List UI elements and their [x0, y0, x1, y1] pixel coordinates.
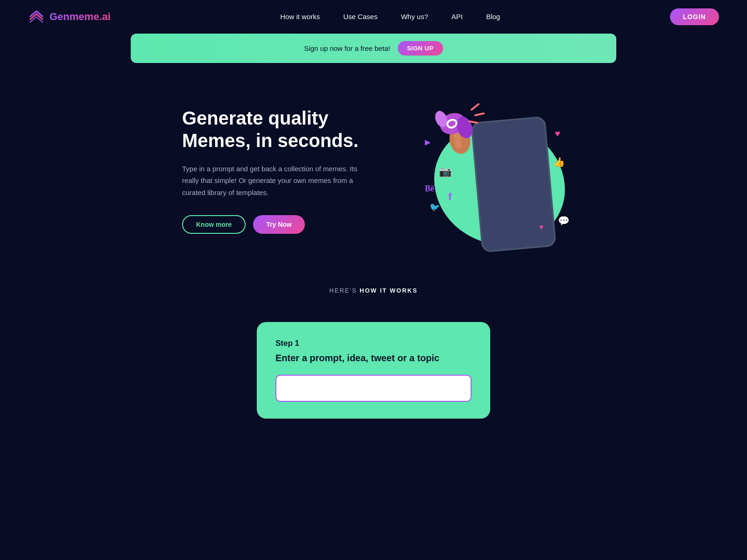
- how-it-works-section: HERE'S HOW IT WORKS: [0, 278, 747, 313]
- nav-how-it-works[interactable]: How it works: [280, 13, 320, 21]
- nav-api[interactable]: API: [451, 13, 463, 21]
- hero-section: Generate quality Memes, in seconds. Type…: [0, 63, 747, 278]
- step-1-label: Step 1: [275, 339, 472, 348]
- prompt-input[interactable]: [275, 375, 472, 402]
- megaphone-icon: [420, 96, 486, 156]
- megaphone-illustration: [420, 96, 486, 158]
- nav-links: How it works Use Cases Why us? API Blog: [280, 13, 500, 21]
- banner-text: Sign up now for a free beta!: [304, 44, 390, 52]
- signup-button[interactable]: SIGN UP: [398, 41, 443, 56]
- chat-icon: 💬: [558, 215, 570, 226]
- hero-content: Generate quality Memes, in seconds. Type…: [182, 107, 378, 234]
- camera-icon: 📷: [439, 166, 451, 178]
- nav-use-cases[interactable]: Use Cases: [343, 13, 377, 21]
- hero-title: Generate quality Memes, in seconds.: [182, 107, 378, 152]
- try-now-button[interactable]: Try Now: [253, 215, 304, 234]
- step-1-description: Enter a prompt, idea, tweet or a topic: [275, 353, 472, 364]
- behance-icon: Bē: [425, 184, 434, 194]
- know-more-button[interactable]: Know more: [182, 215, 246, 234]
- logo-text: Genmeme.ai: [49, 11, 111, 23]
- hero-buttons: Know more Try Now: [182, 215, 378, 234]
- svg-line-7: [475, 113, 484, 115]
- hero-description: Type in a prompt and get back a collecti…: [182, 163, 359, 199]
- logo[interactable]: Genmeme.ai: [28, 8, 111, 25]
- heart-float-icon: ♥: [555, 128, 560, 139]
- how-it-works-label: HERE'S HOW IT WORKS: [0, 287, 747, 294]
- facebook-icon: f: [448, 191, 451, 203]
- nav-blog[interactable]: Blog: [486, 13, 500, 21]
- navbar: Genmeme.ai How it works Use Cases Why us…: [0, 0, 747, 34]
- twitter-icon: 🐦: [430, 202, 440, 212]
- nav-why-us[interactable]: Why us?: [401, 13, 428, 21]
- login-button[interactable]: LOGIN: [670, 8, 719, 25]
- signup-banner: Sign up now for a free beta! SIGN UP: [131, 34, 616, 63]
- logo-icon: [28, 8, 45, 25]
- svg-line-6: [472, 104, 479, 110]
- step-1-card: Step 1 Enter a prompt, idea, tweet or a …: [257, 322, 490, 419]
- hero-illustration: ♥ 📷 ▶ ♥ �: [416, 91, 565, 250]
- thumbs-up-icon: 👍: [553, 156, 565, 168]
- heart-icon: ♥: [539, 223, 544, 232]
- step-cards: Step 1 Enter a prompt, idea, tweet or a …: [0, 313, 747, 447]
